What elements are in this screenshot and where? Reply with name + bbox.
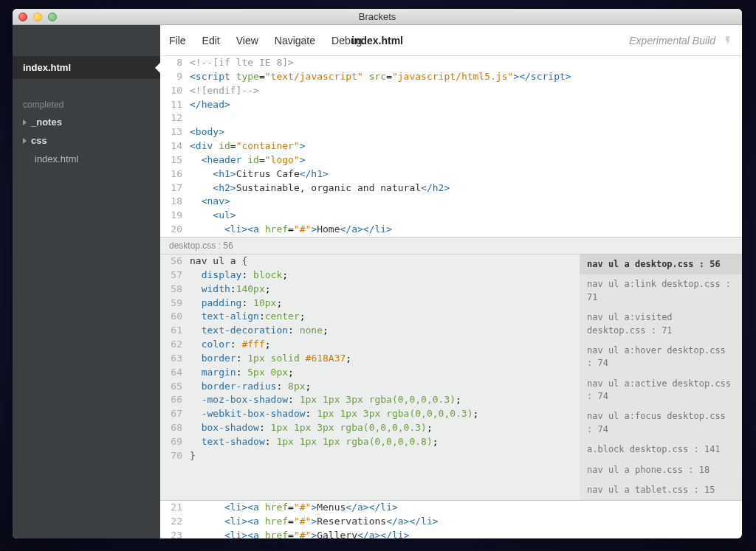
- inline-editor-header: desktop.css : 56: [160, 237, 742, 254]
- related-rule[interactable]: nav ul a desktop.css : 56: [580, 254, 742, 274]
- titlebar[interactable]: Brackets: [13, 9, 742, 25]
- minimize-icon[interactable]: [33, 13, 42, 21]
- document-title: index.html: [351, 35, 403, 46]
- sidebar-section-label: completed: [13, 92, 160, 113]
- related-rules-panel: nav ul a desktop.css : 56nav ul a:link d…: [580, 254, 742, 500]
- close-icon[interactable]: [18, 13, 27, 21]
- sidebar-active-file[interactable]: index.html: [13, 56, 160, 79]
- related-rule[interactable]: nav ul a:focus desktop.css : 74: [580, 406, 742, 440]
- related-rule[interactable]: nav ul a:active desktop.css : 74: [580, 374, 742, 407]
- main-area: index.html completed _notescss index.htm…: [13, 25, 742, 538]
- sidebar-file-indexhtml[interactable]: index.html: [13, 150, 160, 168]
- inline-editor[interactable]: 565758596061626364656667686970 nav ul a …: [160, 254, 742, 501]
- menu-file[interactable]: File: [169, 35, 186, 46]
- chevron-right-icon: [23, 138, 27, 144]
- editor-main-top[interactable]: 891011121314151617181920 <!--[if lte IE …: [160, 56, 742, 237]
- toolbar-right: Experimental Build: [629, 35, 733, 46]
- app-window: Brackets index.html completed _notescss …: [13, 9, 742, 538]
- related-rule[interactable]: a.block desktop.css : 141: [580, 440, 742, 460]
- related-rule[interactable]: nav ul a:hover desktop.css : 74: [580, 341, 742, 374]
- related-rule[interactable]: nav ul a:link desktop.css : 71: [580, 274, 742, 308]
- traffic-lights: [13, 13, 57, 21]
- sidebar-folder-_notes[interactable]: _notes: [13, 113, 160, 131]
- chevron-right-icon: [23, 119, 27, 125]
- related-rule[interactable]: nav ul a:visited desktop.css : 71: [580, 308, 742, 341]
- related-rule[interactable]: nav ul a tablet.css : 15: [580, 480, 742, 500]
- sidebar: index.html completed _notescss index.htm…: [13, 25, 160, 538]
- editor-area: FileEditViewNavigateDebug index.html Exp…: [160, 25, 742, 538]
- sidebar-folder-css[interactable]: css: [13, 131, 160, 150]
- menu-bar: FileEditViewNavigateDebug: [169, 35, 362, 46]
- code-scroll[interactable]: 891011121314151617181920 <!--[if lte IE …: [160, 56, 742, 538]
- related-rule[interactable]: nav ul a phone.css : 18: [580, 460, 742, 480]
- window-title: Brackets: [359, 11, 396, 22]
- menu-edit[interactable]: Edit: [202, 35, 220, 46]
- toolbar: FileEditViewNavigateDebug index.html Exp…: [160, 25, 742, 56]
- menu-navigate[interactable]: Navigate: [275, 35, 315, 46]
- build-label: Experimental Build: [629, 35, 715, 46]
- live-preview-icon[interactable]: [723, 35, 733, 46]
- menu-view[interactable]: View: [236, 35, 258, 46]
- maximize-icon[interactable]: [48, 13, 57, 21]
- editor-main-bottom[interactable]: 21222324252627282930313233 <li><a href="…: [160, 501, 742, 538]
